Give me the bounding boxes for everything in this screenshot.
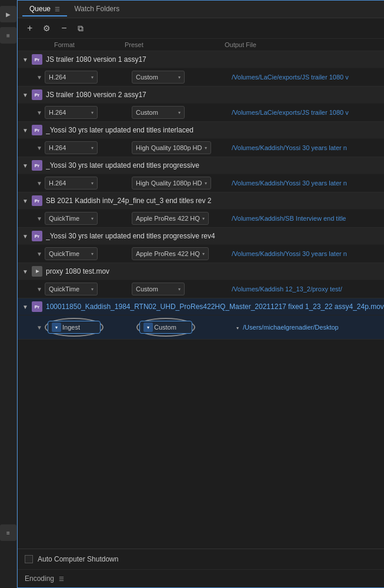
item-header-4[interactable]: ▼ Pr _Yossi 30 yrs later updated end tit… (18, 157, 384, 174)
preset-wrap-5: Apple ProRes 422 HQ ▾ (132, 212, 226, 225)
bottom-section: Auto Computer Shutdown Encoding ☰ (18, 549, 384, 587)
sub-expand-3[interactable]: ▼ (36, 145, 45, 151)
format-select-6[interactable]: QuickTime ▾ (45, 247, 98, 260)
preset-chevron-3: ▾ (205, 145, 207, 151)
auto-shutdown-label: Auto Computer Shutdown (38, 555, 118, 563)
app-icon-5: Pr (32, 195, 42, 206)
item-title-5: SB 2021 Kaddish intv_24p_fine cut_3 end … (46, 197, 384, 205)
sub-expand-6[interactable]: ▼ (36, 251, 45, 257)
format-select-1[interactable]: H.264 ▾ (45, 71, 98, 84)
expand-icon-1[interactable]: ▼ (22, 57, 32, 63)
queue-item-4: ▼ Pr _Yossi 30 yrs later updated end tit… (18, 157, 384, 192)
expand-icon-5[interactable]: ▼ (22, 198, 32, 204)
queue-item-2: ▼ Pr JS trailer 1080 version 2 assy17 ▼ … (18, 87, 384, 122)
item-sub-5: ▼ QuickTime ▾ Apple ProRes 422 HQ ▾ /Vol… (18, 209, 384, 227)
auto-shutdown-checkbox[interactable] (25, 555, 33, 563)
item-title-8: 100011850_Kaddish_1984_RTN02_UHD_ProRes4… (46, 303, 384, 311)
col-header-spacer (25, 41, 54, 48)
sidebar-icon-3[interactable]: ≡ (0, 524, 16, 541)
item-header-6[interactable]: ▼ Pr _Yossi 30 yrs later updated end tit… (18, 228, 384, 244)
format-select-8[interactable]: ▾ Ingest (48, 321, 101, 334)
duplicate-button[interactable]: ⧉ (75, 22, 86, 35)
format-select-2[interactable]: H.264 ▾ (45, 106, 98, 119)
preset-highlight-ring-8: ▾ Custom (136, 318, 195, 337)
auto-shutdown-row: Auto Computer Shutdown (18, 549, 384, 570)
format-highlight-ring-8: ▾ Ingest (45, 318, 103, 337)
add-button[interactable]: + (25, 22, 35, 35)
preset-select-8[interactable]: ▾ Custom (139, 321, 192, 334)
format-chevron-6: ▾ (91, 251, 94, 257)
output-chevron-8[interactable]: ▾ (236, 325, 239, 331)
preset-select-3[interactable]: High Quality 1080p HD ▾ (132, 141, 211, 154)
item-header-1[interactable]: ▼ Pr JS trailer 1080 version 1 assy17 (18, 51, 384, 68)
expand-icon-8[interactable]: ▼ (22, 304, 32, 310)
tab-queue[interactable]: Queue ☰ (22, 2, 67, 16)
preset-select-7[interactable]: Custom ▾ (132, 283, 185, 295)
preset-select-2[interactable]: Custom ▾ (132, 106, 185, 119)
preset-wrap-2: Custom ▾ (132, 106, 226, 119)
format-wrap-4: H.264 ▾ (45, 177, 127, 190)
format-chevron-1: ▾ (91, 75, 94, 80)
sub-expand-5[interactable]: ▼ (36, 215, 45, 222)
expand-icon-6[interactable]: ▼ (22, 233, 32, 240)
left-sidebar: ▶ ≡ ≡ (0, 0, 17, 588)
item-header-7[interactable]: ▼ ▶ proxy 1080 test.mov (18, 263, 384, 280)
tab-watch-folders[interactable]: Watch Folders (67, 2, 126, 16)
expand-icon-7[interactable]: ▼ (22, 268, 32, 275)
app-icon-2: Pr (32, 89, 42, 100)
item-header-3[interactable]: ▼ Pr _Yossi 30 yrs later updated end tit… (18, 122, 384, 138)
preset-wrap-6: Apple ProRes 422 HQ ▾ (132, 247, 226, 260)
format-chevron-btn-8[interactable]: ▾ (52, 323, 61, 332)
format-chevron-3: ▾ (91, 145, 94, 151)
sidebar-icon-2[interactable]: ≡ (0, 27, 16, 44)
preset-select-6[interactable]: Apple ProRes 422 HQ ▾ (132, 247, 209, 260)
app-icon-4: Pr (32, 160, 42, 171)
format-wrap-8: ▾ Ingest (45, 318, 127, 337)
output-path-8: ▾ /Users/michaelgrenadier/Desktop (231, 324, 384, 331)
format-select-7[interactable]: QuickTime ▾ (45, 283, 98, 295)
encoding-menu-icon[interactable]: ☰ (59, 576, 64, 582)
item-title-2: JS trailer 1080 version 2 assy17 (46, 91, 384, 99)
app-icon-7: ▶ (32, 266, 42, 277)
item-header-2[interactable]: ▼ Pr JS trailer 1080 version 2 assy17 (18, 87, 384, 103)
sub-expand-8[interactable]: ▼ (36, 324, 45, 331)
format-chevron-4: ▾ (91, 181, 94, 186)
queue-item-6: ▼ Pr _Yossi 30 yrs later updated end tit… (18, 228, 384, 263)
output-path-7: /Volumes/Kaddish 12_13_2/proxy test/ (226, 285, 384, 293)
item-sub-4: ▼ H.264 ▾ High Quality 1080p HD ▾ /Volum… (18, 174, 384, 192)
queue-menu-icon[interactable]: ☰ (55, 6, 60, 12)
item-title-7: proxy 1080 test.mov (46, 267, 384, 275)
sub-expand-2[interactable]: ▼ (36, 109, 45, 116)
settings-button[interactable]: ⚙ (41, 22, 53, 34)
item-title-4: _Yossi 30 yrs later updated end titles p… (46, 161, 384, 170)
app-icon-1: Pr (32, 54, 42, 65)
preset-chevron-1: ▾ (178, 75, 181, 80)
item-title-6: _Yossi 30 yrs later updated end titles p… (46, 232, 384, 240)
format-select-4[interactable]: H.264 ▾ (45, 177, 98, 190)
queue-item-7: ▼ ▶ proxy 1080 test.mov ▼ QuickTime ▾ Cu… (18, 263, 384, 298)
item-header-8[interactable]: ▼ Pr 100011850_Kaddish_1984_RTN02_UHD_Pr… (18, 298, 384, 315)
sub-expand-1[interactable]: ▼ (36, 74, 45, 81)
remove-button[interactable]: − (59, 22, 69, 35)
preset-chevron-5: ▾ (202, 216, 205, 221)
queue-item-3: ▼ Pr _Yossi 30 yrs later updated end tit… (18, 122, 384, 157)
expand-icon-2[interactable]: ▼ (22, 92, 32, 98)
preset-chevron-btn-8[interactable]: ▾ (143, 323, 153, 332)
preset-select-1[interactable]: Custom ▾ (132, 71, 185, 84)
format-select-5[interactable]: QuickTime ▾ (45, 212, 98, 225)
preset-select-5[interactable]: Apple ProRes 422 HQ ▾ (132, 212, 209, 225)
item-sub-8: ▼ ▾ Ingest ▾ Custom (18, 315, 384, 339)
sub-expand-4[interactable]: ▼ (36, 180, 45, 187)
encoding-label: Encoding (25, 574, 54, 583)
expand-icon-3[interactable]: ▼ (22, 127, 32, 134)
expand-icon-4[interactable]: ▼ (22, 162, 32, 169)
format-select-3[interactable]: H.264 ▾ (45, 141, 98, 154)
app-icon-3: Pr (32, 125, 42, 135)
sub-expand-7[interactable]: ▼ (36, 286, 45, 293)
item-header-5[interactable]: ▼ Pr SB 2021 Kaddish intv_24p_fine cut_3… (18, 192, 384, 209)
item-sub-7: ▼ QuickTime ▾ Custom ▾ /Volumes/Kaddish … (18, 280, 384, 298)
queue-item-8: ▼ Pr 100011850_Kaddish_1984_RTN02_UHD_Pr… (18, 298, 384, 340)
sidebar-icon-1[interactable]: ▶ (0, 6, 16, 22)
item-sub-2: ▼ H.264 ▾ Custom ▾ /Volumes/LaCie/export… (18, 103, 384, 121)
preset-select-4[interactable]: High Quality 1080p HD ▾ (132, 177, 211, 190)
